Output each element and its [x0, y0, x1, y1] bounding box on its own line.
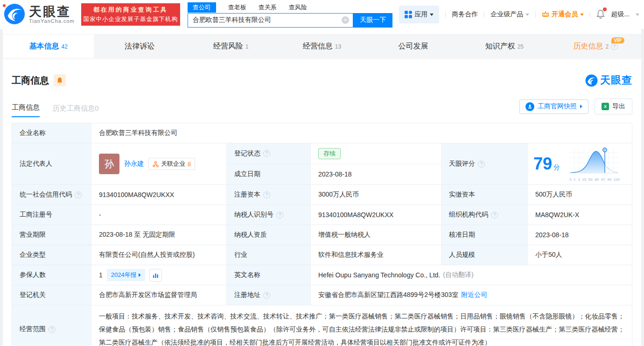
menu-vip[interactable]: 开通会员 — [542, 10, 584, 19]
tab-operating-risk-label: 经营风险 — [213, 42, 243, 51]
tab-operating-risk[interactable]: 经营风险 1 — [185, 35, 276, 58]
tab-intellectual-property-label: 知识产权 — [485, 42, 515, 51]
approval-date-label: 核准日期 — [441, 225, 528, 245]
help-icon[interactable] — [611, 43, 618, 50]
export-label: 导出 — [612, 102, 625, 111]
watermark-logo-text: 天眼查 — [600, 73, 632, 87]
score-label: 天眼评分 — [449, 160, 475, 168]
reg-number-value: - — [91, 205, 227, 225]
table-row-reg-authority: 登记机关 合肥市高新开发区市场监督管理局 注册地址 安徽省合肥市高新区望江西路4… — [12, 285, 632, 305]
search-tab-boss[interactable]: 查老板 — [228, 3, 246, 12]
taxpayer-id-value: 91340100MA8QW2UKXX — [311, 205, 441, 225]
tab-count: 42 — [62, 43, 68, 50]
search-tab-risk[interactable]: 查风险 — [289, 3, 307, 12]
watermark-logo: 天眼查 — [585, 73, 632, 87]
monitor-bell-button[interactable] — [54, 74, 66, 86]
search-input[interactable] — [193, 16, 342, 24]
help-icon[interactable] — [263, 191, 270, 198]
auto-translate-note: (自动翻译) — [443, 271, 473, 279]
tianyancha-logo-icon — [4, 3, 25, 26]
annual-report-badge[interactable]: 2024年报 — [107, 269, 145, 281]
promo-banner: 都在用的商业查询工具 国家中小企业发展子基金旗下机构 — [81, 3, 180, 26]
taxpayer-quality-value: 增值税一般纳税人 — [311, 225, 441, 245]
tab-history-info[interactable]: VIP 历史信息 2 — [550, 35, 641, 58]
excel-icon — [602, 103, 609, 110]
divider — [590, 11, 590, 18]
related-companies-count: 8 — [188, 161, 191, 168]
table-row-legal-rep: 法定代表人 孙 孙永建 关联企业 8 登记状态 — [12, 143, 632, 185]
tianyancha-logo-icon — [585, 74, 598, 87]
search-button[interactable]: 天眼一下 — [353, 13, 392, 28]
related-companies-badge[interactable]: 关联企业 8 — [148, 158, 195, 170]
section-title: 工商信息 — [12, 74, 49, 87]
official-snapshot-button[interactable]: 工商官网快照 — [519, 99, 588, 114]
reg-authority-value: 合肥市高新开发区市场监督管理局 — [91, 285, 227, 305]
export-button[interactable]: 导出 — [595, 99, 632, 114]
score-value: 79分 — [533, 154, 560, 174]
menu-super-vip-label: 超级... — [611, 10, 630, 19]
tab-count: 1 — [245, 43, 249, 50]
help-icon[interactable] — [263, 150, 270, 157]
menu-enterprise-products[interactable]: 企业级产品 — [490, 10, 529, 19]
insured-count-value: 1 — [99, 271, 103, 279]
english-name-value: Hefei Oupu Sanyang Technology Co., Ltd. — [318, 271, 440, 279]
logo-domain: TianYanCha.com — [29, 18, 75, 24]
establish-date-label: 成立日期 — [227, 164, 311, 185]
tab-legal-proceedings[interactable]: 法律诉讼 — [94, 35, 185, 58]
notification-dot — [603, 7, 607, 11]
apps-menu[interactable]: 应用 — [399, 6, 439, 23]
score-unit: 分 — [553, 163, 560, 172]
tianyancha-logo[interactable]: 天眼查 TianYanCha.com — [4, 3, 75, 26]
tab-company-development-label: 公司发展 — [398, 42, 428, 51]
clear-icon[interactable] — [342, 16, 349, 24]
search-input-wrap — [188, 13, 354, 28]
help-icon[interactable] — [49, 326, 56, 333]
menu-super-vip[interactable]: 超级... — [611, 10, 630, 19]
establish-date-value: 2023-08-18 — [311, 164, 441, 185]
tab-company-development[interactable]: 公司发展 — [368, 35, 459, 58]
search-tabs: 查公司 查老板 查关系 查风险 — [188, 2, 393, 13]
search-tab-company[interactable]: 查公司 — [188, 2, 216, 13]
subtab-current-registration[interactable]: 工商信息 — [12, 103, 40, 117]
reg-status-cell: 登记状态 — [227, 143, 311, 164]
divider — [484, 11, 484, 18]
logo-notification-dot — [3, 4, 6, 7]
legal-rep-label: 法定代表人 — [12, 143, 91, 184]
top-menu: 应用 商务合作 企业级产品 开通会员 超级... — [399, 6, 639, 23]
help-icon[interactable] — [276, 212, 283, 219]
score-curve-chart: 0131550859799100 — [569, 147, 620, 182]
reg-capital-value: 3000万人民币 — [311, 185, 441, 205]
business-term-value: 2023-08-18 至 无固定期限 — [91, 225, 227, 245]
logo-title: 天眼查 — [29, 5, 75, 18]
notification-bell[interactable] — [596, 9, 605, 20]
chevron-down-icon — [580, 14, 584, 16]
help-icon[interactable] — [263, 292, 270, 299]
legal-rep-name-link[interactable]: 孙永建 — [124, 160, 144, 168]
search-tab-relation[interactable]: 查关系 — [259, 3, 277, 12]
help-icon[interactable] — [491, 212, 498, 219]
menu-business-coop[interactable]: 商务合作 — [452, 10, 478, 19]
credit-code-value: 91340100MA8QW2UKXX — [91, 185, 227, 205]
nearby-companies-link[interactable]: 附近公司 — [461, 291, 487, 299]
tab-business-info[interactable]: 经营信息 13 — [276, 35, 367, 58]
tab-basic-info[interactable]: 基本信息 42 — [3, 35, 94, 58]
reg-authority-label: 登记机关 — [12, 285, 91, 305]
tab-intellectual-property[interactable]: 知识产权 25 — [459, 35, 550, 58]
help-icon[interactable] — [478, 161, 485, 168]
tab-business-info-label: 经营信息 — [303, 42, 333, 51]
paid-capital-value: 500万人民币 — [528, 185, 632, 205]
help-icon[interactable] — [75, 191, 82, 198]
apps-menu-label: 应用 — [414, 10, 427, 19]
table-row-reg-number: 工商注册号 - 纳税人识别号 91340100MA8QW2UKXX 组织机构代码… — [12, 205, 632, 225]
subtab-history-registration[interactable]: 历史工商信息0 — [53, 104, 98, 117]
chevron-down-icon — [430, 14, 434, 16]
table-row-company-name: 企业名称 合肥欧普三羊科技有限公司 — [12, 123, 632, 143]
staff-size-label: 人员规模 — [441, 245, 528, 265]
org-code-label: 组织机构代码 — [449, 211, 488, 219]
legal-rep-avatar[interactable]: 孙 — [99, 154, 119, 174]
tab-count: 13 — [335, 43, 341, 50]
menu-enterprise-products-label: 企业级产品 — [490, 10, 523, 19]
insured-trend-chart-button[interactable] — [149, 269, 162, 282]
table-row-insured-count: 参保人数 1 2024年报 英文名称 Hefei Oupu Sanyang Te… — [12, 265, 632, 285]
company-name-label: 企业名称 — [12, 123, 91, 143]
